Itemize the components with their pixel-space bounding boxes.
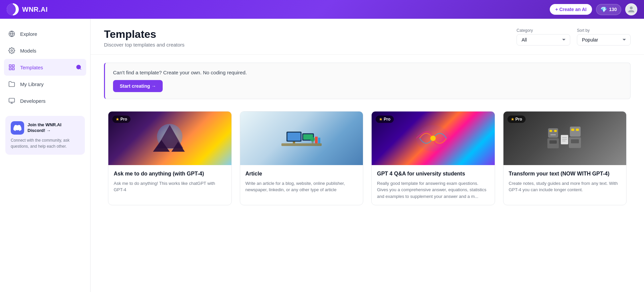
code-icon [8,97,15,104]
sidebar-nav: Explore Models Templat [0,25,90,109]
svg-point-7 [76,65,80,69]
card-image-gpt4-anything: ★ Pro [108,112,231,165]
card-title: Transform your text (NOW WITH GPT-4) [509,170,621,177]
card-image-article [240,112,363,165]
svg-rect-29 [549,130,552,132]
sidebar-item-developers-label: Developers [20,98,82,104]
sidebar-item-explore[interactable]: Explore [0,25,90,42]
card-body-transform-text: Transform your text (NOW WITH GPT-4) Cre… [503,165,627,205]
svg-rect-34 [570,127,581,137]
sidebar-item-my-library[interactable]: My Library [0,76,90,92]
diamond-icon: 💎 [600,6,607,13]
svg-rect-36 [576,129,579,131]
svg-line-8 [80,68,81,69]
credits-badge[interactable]: 💎 130 [596,4,621,15]
svg-rect-39 [561,135,568,144]
layout: Explore Models Templat [0,19,644,292]
discord-card[interactable]: Join the WNR.AI Discord! → Connect with … [5,116,85,155]
card-badge-label: Pro [516,117,522,122]
sidebar-item-developers[interactable]: Developers [0,92,90,109]
svg-rect-28 [548,128,558,138]
svg-rect-18 [287,133,301,141]
svg-rect-6 [9,68,11,70]
card-badge: ★ Pro [376,116,394,123]
card-badge: ★ Pro [507,116,526,123]
create-ai-button[interactable]: + Create an AI [550,4,592,15]
svg-rect-19 [293,142,295,143]
sortby-label: Sort by [577,28,631,33]
svg-rect-9 [9,98,15,102]
card-desc: Really good template for answering exam … [377,180,489,200]
svg-rect-23 [318,138,320,143]
start-creating-button[interactable]: Start creating → [113,80,163,92]
svg-rect-38 [571,139,579,143]
card-body-gpt4-qa: GPT 4 Q&A for university students Really… [372,165,495,205]
star-icon: ★ [511,117,514,122]
card-title: Article [246,170,358,177]
star-icon: ★ [379,117,382,122]
card-body-gpt4-anything: Ask me to do anything (with GPT-4) Ask m… [108,165,231,205]
card-body-article: Article Write an article for a blog, web… [240,165,363,205]
category-select[interactable]: All Writing Coding Education [517,34,570,46]
card-desc: Write an article for a blog, website, on… [246,180,358,193]
svg-rect-35 [571,129,574,131]
svg-rect-33 [549,140,557,144]
logo-text: WNR.AI [22,6,48,13]
template-card-article[interactable]: Article Write an article for a blog, web… [240,111,364,205]
discord-header: Join the WNR.AI Discord! → [11,121,79,135]
sidebar-item-templates[interactable]: Templates [4,59,86,76]
header: WNR.AI + Create an AI 💎 130 [0,0,644,19]
logo-icon [7,3,19,15]
page-title-block: Templates Discover top templates and cre… [104,28,184,48]
sortby-filter-group: Sort by Popular Newest Top Rated [577,28,631,46]
page-subtitle: Discover top templates and creators [104,42,184,48]
svg-point-25 [310,137,315,142]
star-icon: ★ [116,117,119,122]
folder-icon [8,80,15,88]
card-image-transform-text: ★ Pro [503,112,627,165]
card-badge-label: Pro [384,117,390,122]
template-card-transform-text[interactable]: ★ Pro [503,111,627,205]
credits-count: 130 [609,7,617,12]
template-card-gpt4-qa[interactable]: ★ Pro [371,111,495,205]
filters: Category All Writing Coding Education So… [517,28,631,46]
card-badge-label: Pro [120,117,127,122]
logo[interactable]: WNR.AI [7,3,48,15]
sidebar: Explore Models Templat [0,19,91,292]
category-label: Category [517,28,570,33]
sidebar-item-models-label: Models [20,48,82,54]
template-card-gpt4-anything[interactable]: ★ Pro [108,111,232,205]
sidebar-item-models[interactable]: Models [0,42,90,59]
svg-point-2 [11,50,13,52]
main-content: Templates Discover top templates and cre… [91,19,644,292]
header-right: + Create an AI 💎 130 [550,3,637,15]
discord-title: Join the WNR.AI Discord! → [28,122,79,134]
svg-rect-5 [12,68,14,70]
discord-description: Connect with the community, ask question… [11,137,79,149]
banner-text: Can't find a template? Create your own. … [113,70,622,75]
card-desc: Ask me to do anything! This works like c… [114,180,226,193]
sortby-select[interactable]: Popular Newest Top Rated [577,34,631,46]
sidebar-item-explore-label: Explore [20,31,82,37]
search-icon [75,64,82,71]
svg-rect-3 [9,65,11,67]
card-image-gpt4-qa: ★ Pro [372,112,495,165]
svg-rect-30 [554,130,557,132]
svg-rect-31 [550,134,556,135]
sidebar-item-my-library-label: My Library [20,81,82,87]
banner: Can't find a template? Create your own. … [104,63,631,99]
avatar[interactable] [625,3,637,15]
svg-point-27 [430,136,436,141]
svg-rect-16 [281,143,322,146]
grid-icon [8,64,15,71]
card-title: Ask me to do anything (with GPT-4) [114,170,226,177]
card-badge: ★ Pro [112,116,130,123]
page-header: Templates Discover top templates and cre… [91,19,644,55]
page-title: Templates [104,28,184,41]
svg-rect-4 [12,65,14,67]
sidebar-item-templates-label: Templates [20,65,71,70]
category-filter-group: Category All Writing Coding Education [517,28,570,46]
cards-grid: ★ Pro [91,107,644,223]
globe-icon [8,30,15,38]
svg-rect-22 [315,137,318,143]
